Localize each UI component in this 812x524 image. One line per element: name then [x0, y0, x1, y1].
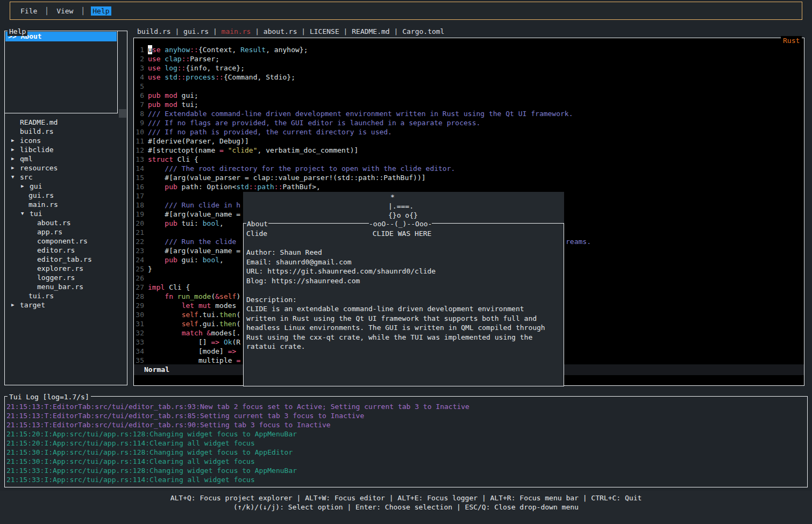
tree-item-explorer-rs[interactable]: explorer.rs: [5, 264, 126, 273]
code-line-5[interactable]: 5: [134, 82, 804, 91]
tree-item-label: explorer.rs: [37, 264, 83, 273]
code-token: &: [215, 292, 219, 301]
code-token: Ok: [224, 338, 232, 347]
tree-item-gui-rs[interactable]: gui.rs: [5, 191, 126, 200]
tab-license[interactable]: LICENSE: [310, 27, 339, 35]
code-token: {info, trace};: [186, 63, 245, 73]
tree-item-label: resources: [20, 163, 58, 173]
code-token: #[arg(value_parser = clap::value_parser!…: [148, 173, 426, 182]
code-line-9[interactable]: 9/// If no flags are provided, the GUI e…: [134, 118, 804, 127]
tab-cargo-toml[interactable]: Cargo.toml: [402, 27, 444, 35]
log-entry-5: 21:15:20:I:App:src/tui/app.rs:114:Cleari…: [6, 439, 802, 448]
tree-item-build-rs[interactable]: build.rs: [5, 127, 126, 136]
tree-item-icons[interactable]: ▶icons: [5, 136, 126, 145]
tree-item-readme-md[interactable]: README.md: [5, 118, 126, 127]
tree-item-tui-rs[interactable]: tui.rs: [5, 291, 126, 300]
code-token: [224, 146, 228, 155]
help-dropdown-title: Help: [8, 27, 27, 36]
about-dialog-row-1: Clide CLIDE WAS HERE: [246, 229, 431, 238]
tab-main-rs[interactable]: main.rs: [222, 27, 251, 35]
code-line-11[interactable]: 11#[derive(Parser, Debug)]: [134, 137, 804, 146]
code-token: [194, 301, 198, 310]
code-token: pub: [148, 182, 177, 191]
code-line-2[interactable]: 2use clap::Parser;: [134, 54, 804, 63]
tab-gui-rs[interactable]: gui.rs: [183, 27, 209, 35]
code-line-15[interactable]: 15 #[arg(value_parser = clap::value_pars…: [134, 173, 804, 182]
code-line-1[interactable]: 1use anyhow::{Context, Result, anyhow};: [134, 45, 804, 54]
code-token: [mode]: [148, 347, 228, 356]
tab-about-rs[interactable]: about.rs: [263, 27, 297, 35]
code-line-4[interactable]: 4use std::process::{Command, Stdio};: [134, 73, 804, 82]
code-token: [148, 310, 182, 319]
code-token: struct: [148, 155, 173, 164]
tree-item-component-rs[interactable]: component.rs: [5, 236, 126, 246]
code-token: mod: [165, 100, 177, 109]
code-line-13[interactable]: 13struct Cli {: [134, 155, 804, 164]
tree-item-menu-bar-rs[interactable]: menu_bar.rs: [5, 282, 126, 291]
tab-build-rs[interactable]: build.rs: [137, 27, 171, 35]
tree-item-about-rs[interactable]: about.rs: [5, 218, 126, 227]
code-token: [148, 328, 182, 338]
code-line-16[interactable]: 16 pub path: Option<std::path::PathBuf>,: [134, 182, 804, 191]
code-line-14[interactable]: 14 /// The root directory for the projec…: [134, 164, 804, 173]
tree-item-label: icons: [20, 136, 41, 145]
code-token: (: [236, 310, 240, 319]
tree-item-label: gui.rs: [29, 191, 54, 200]
code-token: }: [148, 264, 152, 274]
code-token: pub: [148, 100, 160, 109]
tree-item-label: editor_tab.rs: [37, 255, 92, 264]
line-number: 23: [134, 246, 144, 255]
tree-item-qml[interactable]: ▶qml: [5, 154, 126, 163]
line-number: 4: [134, 73, 144, 82]
menu-item-file[interactable]: File: [19, 6, 39, 16]
code-token: [160, 63, 165, 73]
line-number: 27: [134, 283, 144, 292]
tree-item-src[interactable]: ▼src: [5, 173, 126, 182]
code-token: [148, 301, 182, 310]
code-token: pub: [148, 91, 160, 100]
code-token: path: [258, 182, 274, 191]
tree-item-editor-rs[interactable]: editor.rs: [5, 246, 126, 255]
code-token: then: [219, 319, 236, 328]
code-line-6[interactable]: 6pub mod gui;: [134, 91, 804, 100]
about-dialog-row-3: Author: Shaun Reed: [246, 248, 322, 257]
code-line-3[interactable]: 3use log::{info, trace};: [134, 63, 804, 73]
tree-item-main-rs[interactable]: main.rs: [5, 200, 126, 209]
code-token: gui;: [177, 91, 198, 100]
line-number: 22: [134, 237, 144, 246]
line-number: 35: [134, 356, 144, 365]
code-token: match: [182, 328, 203, 338]
tree-item-gui[interactable]: ▶gui: [5, 182, 126, 191]
code-token: log: [165, 63, 177, 73]
tab-readme-md[interactable]: README.md: [352, 27, 389, 35]
tab-separator: |: [209, 27, 221, 35]
about-dialog-row-8: Description:: [246, 295, 297, 304]
menu-item-view[interactable]: View: [55, 6, 75, 16]
code-line-12[interactable]: 12#[structopt(name = "clide", verbatim_d…: [134, 146, 804, 155]
code-line-10[interactable]: 10/// If no path is provided, the curren…: [134, 127, 804, 137]
log-entry-6: 21:15:30:I:App:src/tui/app.rs:128:Changi…: [6, 448, 802, 457]
tree-item-tui[interactable]: ▼tui: [5, 209, 126, 218]
code-token: [160, 73, 165, 82]
explorer-scrollbar-thumb[interactable]: [119, 109, 126, 118]
line-number: 11: [134, 137, 144, 146]
code-token: Cli {: [165, 283, 190, 292]
code-token: std: [236, 182, 248, 191]
menu-separator: │: [45, 6, 49, 16]
code-token: tui;: [177, 100, 198, 109]
about-dialog-row-11: headless Linux environments. The GUI is …: [246, 323, 545, 332]
tree-item-libclide[interactable]: ▶libclide: [5, 145, 126, 154]
code-token: ,: [219, 255, 224, 264]
code-token: [203, 328, 207, 338]
log-entry-4: 21:15:20:I:App:src/tui/app.rs:128:Changi…: [6, 429, 802, 439]
code-line-8[interactable]: 8/// Extendable command-line driven deve…: [134, 109, 804, 118]
tree-item-resources[interactable]: ▶resources: [5, 163, 126, 173]
code-line-7[interactable]: 7pub mod tui;: [134, 100, 804, 109]
line-number: 8: [134, 109, 144, 118]
tree-item-editor-tab-rs[interactable]: editor_tab.rs: [5, 255, 126, 264]
tree-item-app-rs[interactable]: app.rs: [5, 227, 126, 236]
menu-item-help[interactable]: Help: [91, 6, 111, 16]
tree-item-target[interactable]: ▶target: [5, 300, 126, 310]
tree-item-logger-rs[interactable]: logger.rs: [5, 273, 126, 282]
tree-item-label: target: [20, 300, 45, 310]
